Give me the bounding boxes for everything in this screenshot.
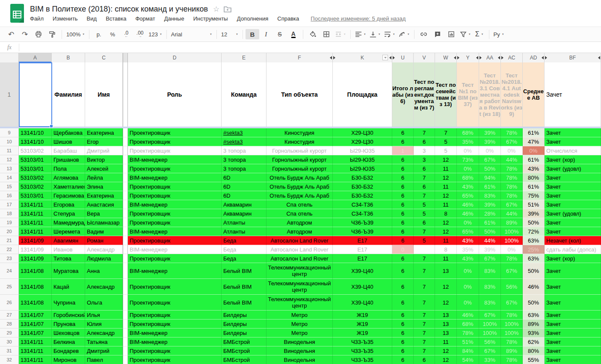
cell-K12[interactable]: Ы29-Ю35 — [333, 155, 392, 164]
row-header-19[interactable]: 19 — [0, 218, 19, 227]
cell-F19[interactable]: Автодром — [266, 218, 333, 227]
cell-E32[interactable]: БМБстрой — [222, 355, 266, 364]
cell-AD18[interactable]: 39% — [523, 209, 545, 218]
cell-A15[interactable]: 53103/02 — [19, 182, 52, 191]
cell-U14[interactable]: 6 — [392, 173, 414, 182]
cell-AA17[interactable]: 39% — [479, 200, 501, 209]
cell-V29[interactable]: 7 — [414, 328, 435, 337]
cell-D17[interactable]: BIM-менеджер — [128, 200, 222, 209]
cell-U26[interactable]: 6 — [392, 295, 414, 311]
cell-W27[interactable]: 13 — [435, 311, 457, 320]
input-tools-button[interactable]: Ру▼ — [492, 29, 506, 39]
cell-Y23[interactable]: 43% — [457, 254, 479, 263]
cell-W22[interactable]: 8 — [435, 245, 457, 254]
cell-BF19[interactable]: Зачет — [545, 218, 601, 227]
cell-V18[interactable]: 5 — [414, 209, 435, 218]
cell-AC14[interactable]: 78% — [501, 173, 523, 182]
cell-W29[interactable]: 13 — [435, 328, 457, 337]
cell-E9[interactable]: #sekta3 — [222, 128, 266, 137]
cell-U27[interactable]: 6 — [392, 311, 414, 320]
cell-Y10[interactable]: 35% — [457, 137, 479, 146]
cell-AC15[interactable]: 78% — [501, 182, 523, 191]
cell-A22[interactable]: 13141/09 — [19, 245, 52, 254]
cell-V23[interactable]: 7 — [414, 254, 435, 263]
cell-F13[interactable]: Горнолыжный курорт — [266, 164, 333, 173]
cell-V22[interactable] — [414, 245, 435, 254]
cell-E13[interactable]: 3 топора — [222, 164, 266, 173]
cell-E23[interactable]: Беда — [222, 254, 266, 263]
cell-W19[interactable]: 12 — [435, 218, 457, 227]
cell-K18[interactable]: С34-Т36 — [333, 209, 392, 218]
cell-A27[interactable]: 13141/07 — [19, 311, 52, 320]
cell-AA12[interactable]: 67% — [479, 155, 501, 164]
format-currency-button[interactable]: р. — [92, 29, 106, 39]
cell-D30[interactable]: BIM-менеджер — [128, 337, 222, 346]
cell-K15[interactable]: Б30-Б32 — [333, 182, 392, 191]
borders-button[interactable] — [320, 29, 333, 39]
cell-K24[interactable]: Х39-Ц40 — [333, 263, 392, 279]
cell-C12[interactable]: Виктор — [85, 155, 123, 164]
cell-B16[interactable]: Герасимова — [52, 191, 85, 200]
cell-A30[interactable]: 13141/11 — [19, 337, 52, 346]
cell-Y14[interactable]: 68% — [457, 173, 479, 182]
cell-AD32[interactable]: 55% — [523, 355, 545, 364]
hidden-columns-marker-right[interactable] — [389, 56, 391, 59]
cell-B21[interactable]: Авагимян — [52, 236, 85, 245]
cell-F31[interactable]: Винодельня — [266, 346, 333, 355]
cell-A16[interactable]: 53103/01 — [19, 191, 52, 200]
cell-U31[interactable]: 6 — [392, 346, 414, 355]
menu-item-3[interactable]: Вид — [87, 15, 97, 22]
cell-AC18[interactable]: 44% — [501, 209, 523, 218]
cell-AA28[interactable]: 100% — [479, 320, 501, 328]
cell-AA19[interactable]: 61% — [479, 218, 501, 227]
cell-AA15[interactable]: 61% — [479, 182, 501, 191]
cell-E22[interactable]: Беда — [222, 245, 266, 254]
document-title[interactable]: BIM в Политехе (2018): список команд и у… — [30, 5, 208, 14]
column-header-F[interactable]: F — [266, 53, 333, 62]
italic-button[interactable]: I — [259, 29, 273, 39]
row-header-9[interactable]: 9 — [0, 128, 19, 137]
cell-A9[interactable]: 13141/10 — [19, 128, 52, 137]
cell-K10[interactable]: Х29-Ц30 — [333, 137, 392, 146]
cell-D12[interactable]: BIM-менеджер — [128, 155, 222, 164]
cell-U9[interactable]: 6 — [392, 128, 414, 137]
team-link[interactable]: #sekta3 — [223, 130, 243, 136]
cell-W16[interactable]: 12 — [435, 191, 457, 200]
cell-AA31[interactable]: 67% — [479, 346, 501, 355]
cell-AC9[interactable]: 78% — [501, 128, 523, 137]
cell-D20[interactable]: BIM-менеджер — [128, 227, 222, 236]
cell-Y13[interactable]: 0% — [457, 164, 479, 173]
cell-U23[interactable]: 6 — [392, 254, 414, 263]
cell-E26[interactable]: Белый BIM — [222, 295, 266, 311]
cell-AC12[interactable]: 44% — [501, 155, 523, 164]
cell-AC17[interactable]: 67% — [501, 200, 523, 209]
cell-AD16[interactable]: 75% — [523, 191, 545, 200]
row-header-32[interactable]: 32 — [0, 355, 19, 364]
cell-D22[interactable]: BIM-менеджер — [128, 245, 222, 254]
cell-W21[interactable]: 11 — [435, 236, 457, 245]
cell-E30[interactable]: БМБстрой — [222, 337, 266, 346]
cell-E16[interactable]: 6D — [222, 191, 266, 200]
menu-item-8[interactable]: Дополнения — [237, 15, 269, 22]
cell-BF16[interactable]: Зачет — [545, 191, 601, 200]
row-header-26[interactable]: 26 — [0, 295, 19, 311]
cell-V17[interactable]: 5 — [414, 200, 435, 209]
cell-E17[interactable]: Аквамарин — [222, 200, 266, 209]
cell-K28[interactable]: Ж19 — [333, 320, 392, 328]
cell-AA30[interactable]: 56% — [479, 337, 501, 346]
cell-BF27[interactable]: Зачет — [545, 311, 601, 320]
cell-U30[interactable]: 6 — [392, 337, 414, 346]
cell-D28[interactable]: Проектировщик — [128, 320, 222, 328]
cell-B9[interactable]: Щербакова — [52, 128, 85, 137]
cell-D11[interactable]: Проектировщик — [128, 146, 222, 155]
cell-Y12[interactable]: 73% — [457, 155, 479, 164]
cell-AC11[interactable]: 0% — [501, 146, 523, 155]
cell-BF30[interactable]: Зачет — [545, 337, 601, 346]
column-header-V[interactable]: V — [414, 53, 435, 62]
cell-V14[interactable]: 7 — [414, 173, 435, 182]
cell-E10[interactable]: #sekta3 — [222, 137, 266, 146]
row-header-24[interactable]: 24 — [0, 263, 19, 279]
cell-E21[interactable]: Беда — [222, 236, 266, 245]
cell-K9[interactable]: Х29-Ц30 — [333, 128, 392, 137]
cell-U18[interactable]: 6 — [392, 209, 414, 218]
